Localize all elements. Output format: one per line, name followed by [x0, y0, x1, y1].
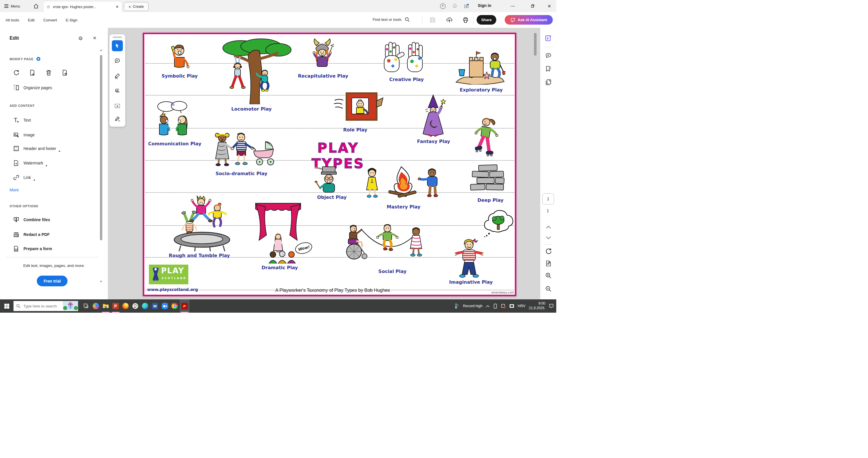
zoom-in-button[interactable]: [545, 271, 553, 280]
page-number-input[interactable]: 1: [542, 193, 554, 204]
file-explorer-button[interactable]: [101, 299, 111, 313]
tab-esign[interactable]: E-Sign: [66, 18, 78, 22]
next-page-button[interactable]: [545, 234, 553, 242]
comments-panel-button[interactable]: [545, 52, 553, 60]
document-tab[interactable]: ☆ vrste igre- Hughes poster... ✕: [43, 1, 122, 12]
close-window-button[interactable]: ✕: [546, 3, 553, 9]
comment-tool-button[interactable]: [112, 55, 123, 66]
find-tool[interactable]: Find text or tools: [373, 17, 410, 22]
edge-button[interactable]: [140, 299, 150, 313]
scrollbar-thumb[interactable]: [100, 55, 102, 240]
tray-chevron-up-icon[interactable]: [486, 305, 490, 307]
help-icon: ?: [440, 3, 445, 9]
menu-button[interactable]: Menu: [4, 3, 20, 9]
save-button[interactable]: [429, 17, 436, 24]
sign-tool-button[interactable]: [112, 113, 123, 124]
organize-pages-button[interactable]: Organize pages: [13, 85, 52, 91]
redact-button[interactable]: Redact a PDF: [13, 231, 50, 238]
apps-grid-button[interactable]: [463, 3, 470, 9]
acrobat-button[interactable]: [180, 299, 189, 313]
share-button[interactable]: Share: [476, 15, 496, 25]
search-input[interactable]: [23, 304, 62, 308]
tab-convert[interactable]: Convert: [43, 18, 57, 22]
notification-center-icon[interactable]: [549, 303, 554, 308]
fountain-pen-icon: [114, 116, 121, 122]
ai-assistant-panel-button[interactable]: [545, 34, 553, 42]
prepare-form-button[interactable]: Prepare a form: [13, 246, 52, 252]
sign-in-button[interactable]: Sign in: [478, 3, 491, 8]
teams-icon[interactable]: [501, 304, 506, 308]
language-indicator[interactable]: HRV: [518, 304, 525, 308]
apps-grid-icon: [464, 3, 469, 9]
help-button[interactable]: ?: [439, 3, 446, 9]
add-image-label: Image: [24, 133, 35, 137]
bookmarks-panel-button[interactable]: [545, 65, 553, 73]
notifications-button[interactable]: [452, 3, 458, 9]
paint-button[interactable]: [130, 299, 140, 313]
settings-button[interactable]: ⚙: [78, 35, 83, 42]
tray-weather-text[interactable]: Record high: [463, 304, 483, 308]
previous-page-button[interactable]: [545, 223, 553, 231]
search-highlight-carousel-image[interactable]: [63, 301, 78, 310]
ask-ai-button[interactable]: Ask AI Assistant: [505, 15, 553, 25]
document-area: A: [108, 28, 540, 299]
add-text-button[interactable]: Text: [13, 117, 31, 123]
tab-all-tools[interactable]: All tools: [5, 18, 19, 22]
restore-button[interactable]: [529, 3, 536, 9]
firefox-button[interactable]: [121, 299, 130, 313]
zoom-out-button[interactable]: [545, 285, 553, 293]
powerpoint-button[interactable]: P: [111, 299, 121, 313]
close-icon: ✕: [547, 3, 551, 9]
word-icon: W: [152, 303, 158, 309]
highlight-tool-button[interactable]: [112, 70, 123, 81]
more-link[interactable]: More: [9, 188, 19, 192]
clock[interactable]: 9:00 21.9.2025.: [529, 301, 545, 310]
watermark-button[interactable]: Watermark: [13, 160, 47, 166]
paint-icon: [132, 303, 138, 309]
minimize-button[interactable]: —: [509, 2, 516, 9]
rotate-page-icon[interactable]: [13, 69, 20, 76]
scroll-down-arrow-icon[interactable]: [100, 281, 102, 283]
organize-pages-label: Organize pages: [24, 86, 52, 90]
textbox-tool-button[interactable]: A: [112, 100, 123, 111]
task-view-button[interactable]: [81, 299, 91, 313]
zoom-app-button[interactable]: [160, 299, 170, 313]
rotate-view-button[interactable]: [545, 247, 553, 255]
free-trial-button[interactable]: Free trial: [37, 275, 67, 286]
draw-tool-button[interactable]: [112, 86, 123, 96]
home-button[interactable]: [32, 3, 39, 9]
upload-cloud-button[interactable]: [446, 17, 453, 25]
rail-drag-handle[interactable]: [113, 36, 122, 38]
extract-page-icon[interactable]: [62, 69, 68, 76]
combine-files-button[interactable]: Combine files: [13, 217, 50, 223]
pdf-page[interactable]: Symbolic Play: [143, 33, 516, 296]
header-footer-button[interactable]: Header and footer: [13, 145, 60, 152]
word-button[interactable]: W: [150, 299, 160, 313]
fit-page-button[interactable]: [545, 259, 553, 267]
tab-close-icon[interactable]: ✕: [116, 5, 119, 9]
print-button[interactable]: [462, 17, 469, 24]
start-button[interactable]: [0, 299, 13, 313]
create-button[interactable]: + Create: [124, 2, 149, 11]
document-scrollbar-thumb[interactable]: [534, 33, 536, 56]
document-scrollbar[interactable]: [534, 29, 536, 297]
other-options-label: OTHER OPTIONS: [9, 204, 38, 208]
chrome-button[interactable]: [170, 299, 180, 313]
select-tool-button[interactable]: [112, 40, 123, 51]
link-button[interactable]: Link: [13, 174, 35, 181]
page-thumbnails-panel-button[interactable]: [545, 78, 553, 86]
scroll-up-arrow-icon[interactable]: [100, 49, 102, 51]
sidebar-close-button[interactable]: ✕: [93, 35, 96, 41]
powerpoint-icon: P: [113, 303, 119, 309]
copilot-icon: [93, 303, 99, 309]
add-image-button[interactable]: Image: [13, 132, 35, 138]
sidebar-scrollbar[interactable]: [100, 49, 102, 283]
home-icon: [33, 3, 39, 9]
insert-page-icon[interactable]: [29, 69, 36, 76]
phone-link-icon[interactable]: [493, 304, 497, 308]
taskbar-search[interactable]: [13, 301, 78, 311]
tab-edit[interactable]: Edit: [28, 18, 34, 22]
input-indicator-icon[interactable]: [509, 304, 514, 308]
copilot-button[interactable]: [91, 299, 101, 313]
delete-page-icon[interactable]: [45, 69, 52, 76]
